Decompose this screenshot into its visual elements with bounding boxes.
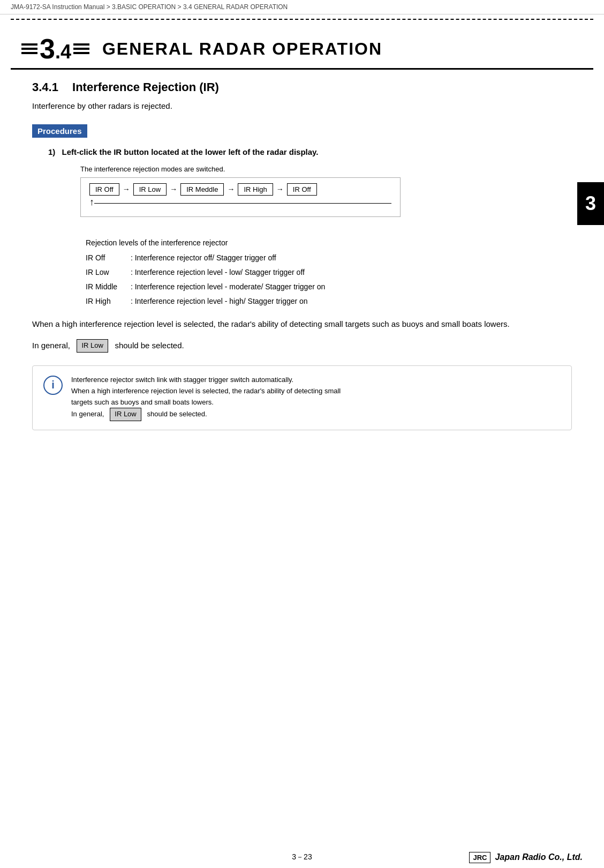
rl-item-off: IR Off : Interference rejector off/ Stag… (86, 252, 572, 264)
ir-low-badge-info: IR Low (110, 408, 141, 421)
flow-arrow-4: → (276, 185, 284, 193)
rl-item-low: IR Low : Interference rejection level - … (86, 267, 572, 278)
flow-description: The interference rejection modes are swi… (80, 165, 572, 173)
flow-arrow-3: → (227, 185, 235, 193)
chapter-title: GENERAL RADAR OPERATION (102, 39, 382, 59)
info-icon: i (43, 376, 63, 395)
chapter-number-box: 3.4 (21, 35, 92, 63)
info-content: Interference rejector switch link with s… (71, 375, 341, 421)
flow-arrow-2: → (170, 185, 177, 193)
flow-arrow-1: → (123, 185, 130, 193)
jrc-label: JRC (469, 852, 490, 863)
flow-box-ir-high: IR High (238, 183, 273, 196)
up-arrow-icon: ↑ (89, 197, 94, 208)
chapter-number: 3.4 (40, 35, 71, 63)
rejection-levels: Rejection levels of the interference rej… (86, 238, 572, 307)
flow-diagram-wrapper: IR Off → IR Low → IR Meddle → IR High → … (80, 177, 401, 217)
info-line-3: targets such as buoys and small boats lo… (71, 397, 341, 408)
dashed-separator (11, 19, 593, 20)
flow-loop: ↑ (89, 198, 391, 208)
rejection-title: Rejection levels of the interference rej… (86, 238, 572, 247)
rl-item-middle: IR Middle : Interference rejection level… (86, 281, 572, 293)
flow-box-ir-low: IR Low (133, 183, 167, 196)
info-box: i Interference rejector switch link with… (32, 365, 572, 430)
flow-box-ir-off-2: IR Off (287, 183, 317, 196)
rl-item-high: IR High : Interference rejection level -… (86, 296, 572, 307)
general-note-2: In general, IR Low should be selected. (32, 339, 572, 353)
general-note-1: When a high interference rejection level… (32, 318, 572, 331)
procedures-badge: Procedures (32, 124, 87, 138)
info-line-4: In general, IR Low should be selected. (71, 408, 341, 421)
procedure-step-1: 1) Left-click the IR button located at t… (48, 146, 572, 159)
chapter-header: 3.4 GENERAL RADAR OPERATION (11, 24, 593, 70)
flow-box-ir-off-1: IR Off (89, 183, 119, 196)
side-chapter-tab: 3 (577, 182, 604, 225)
info-line-2: When a high interference rejection level… (71, 386, 341, 397)
chapter-lines (21, 43, 37, 54)
loop-line (94, 203, 391, 204)
main-content: 3.4.1 Interference Rejection (IR) Interf… (0, 80, 604, 430)
flow-row: IR Off → IR Low → IR Meddle → IR High → … (89, 183, 391, 196)
chapter-lines-right (73, 43, 89, 54)
section-heading: 3.4.1 Interference Rejection (IR) (32, 80, 572, 94)
flow-box-ir-meddle: IR Meddle (180, 183, 224, 196)
page-number: 3－23 (292, 852, 312, 862)
ir-low-badge-main: IR Low (77, 339, 108, 353)
footer-logo: JRC Japan Radio Co., Ltd. (469, 852, 583, 863)
procedures-section: Procedures 1) Left-click the IR button l… (32, 119, 572, 307)
section-intro: Interference by other radars is rejected… (32, 100, 572, 113)
company-name: Japan Radio Co., Ltd. (495, 852, 583, 862)
breadcrumb: JMA-9172-SA Instruction Manual > 3.BASIC… (0, 0, 604, 14)
info-line-1: Interference rejector switch link with s… (71, 375, 341, 386)
